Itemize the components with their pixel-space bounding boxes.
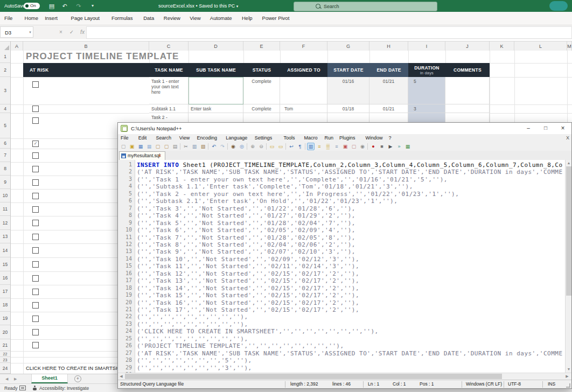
folder-workspace-icon[interactable]: ▣	[341, 143, 349, 150]
at-risk-checkbox-row3[interactable]	[32, 81, 39, 88]
redo-icon[interactable]: ↷	[74, 2, 83, 10]
np-menu-settings[interactable]: Settings	[255, 134, 273, 142]
at-risk-checkbox-row21[interactable]	[32, 342, 39, 348]
at-risk-checkbox-row13[interactable]	[32, 234, 39, 240]
row-header-13[interactable]: 13	[0, 230, 10, 243]
at-risk-checkbox-row15[interactable]	[32, 261, 39, 268]
save-macro-icon[interactable]: ▦	[404, 143, 411, 150]
stop-macro-icon[interactable]: ■	[378, 143, 386, 150]
cell-G3[interactable]: 01/16	[327, 77, 369, 104]
horizontal-scrollbar[interactable]: ◀ ▶	[118, 373, 571, 380]
column-header-B[interactable]: B	[23, 41, 149, 51]
np-menu-view[interactable]: View	[179, 134, 190, 142]
minimize-button[interactable]: –	[521, 123, 536, 134]
at-risk-checkbox-row20[interactable]	[32, 329, 39, 335]
cell-J4[interactable]	[445, 104, 490, 113]
redo-icon[interactable]: ↷	[219, 143, 226, 150]
undo-icon[interactable]: ↶	[60, 2, 69, 10]
at-risk-checkbox-row5[interactable]	[32, 117, 39, 124]
np-menu-encoding[interactable]: Encoding	[197, 134, 218, 142]
sync-scroll-v-icon[interactable]: ▭	[268, 143, 276, 150]
column-header-H[interactable]: H	[369, 41, 408, 51]
np-menu-run[interactable]: Run	[324, 134, 333, 142]
horizontal-scroll-thumb[interactable]	[125, 374, 502, 379]
ribbon-tab-formulas[interactable]: Formulas	[111, 12, 133, 25]
at-risk-checkbox-row4[interactable]	[32, 106, 39, 112]
row-header-19[interactable]: 19	[0, 312, 10, 325]
cell-I3[interactable]: 5	[408, 77, 445, 104]
indent-guide-icon[interactable]: ▥	[307, 143, 315, 150]
at-risk-checkbox-row16[interactable]	[32, 275, 39, 282]
np-menu-language[interactable]: Language	[226, 134, 247, 142]
cancel-icon[interactable]: ×	[56, 26, 66, 38]
np-menu-help[interactable]: ?	[389, 134, 392, 142]
np-menu-tools[interactable]: Tools	[283, 134, 295, 142]
column-header-E[interactable]: E	[243, 41, 280, 51]
cell-C3[interactable]: Task 1 - enter your own text here	[149, 77, 189, 104]
row-header-6[interactable]: 6	[0, 138, 10, 149]
replace-icon[interactable]: ◎	[238, 143, 246, 150]
row-header-20[interactable]: 20	[0, 325, 10, 339]
scroll-right-icon[interactable]: ▶	[564, 373, 570, 380]
column-header-L[interactable]: L	[514, 41, 567, 51]
resize-grip[interactable]	[566, 383, 570, 388]
function-list-icon[interactable]: ≡	[316, 143, 323, 150]
column-header-M[interactable]: M	[567, 41, 572, 51]
cell-J3[interactable]	[445, 77, 490, 104]
close-doc-icon[interactable]: ▢	[154, 143, 162, 150]
word-wrap-icon[interactable]: ↩	[288, 143, 295, 150]
new-file-icon[interactable]: ▢	[120, 143, 127, 150]
at-risk-checkbox-row12[interactable]	[32, 220, 39, 226]
sync-scroll-h-icon[interactable]: ▭	[277, 143, 284, 150]
ribbon-tab-file[interactable]: File	[4, 12, 12, 25]
monitor-icon[interactable]: ◉	[359, 143, 366, 150]
quick-access-caret-icon[interactable]: ▾	[88, 2, 97, 10]
maximize-button[interactable]: □	[538, 123, 553, 134]
row-header-8[interactable]: 8	[0, 162, 10, 176]
vertical-scrollbar[interactable]: ▲ ▼	[565, 160, 571, 373]
ribbon-tab-view[interactable]: View	[190, 12, 200, 25]
row-header-22[interactable]: 22	[0, 351, 10, 357]
column-header-C[interactable]: C	[149, 41, 189, 51]
at-risk-checkbox-row11[interactable]	[32, 206, 39, 213]
at-risk-checkbox-row19[interactable]	[32, 316, 39, 322]
row-header-15[interactable]: 15	[0, 257, 10, 271]
at-risk-checkbox-row17[interactable]	[32, 289, 39, 295]
scroll-down-icon[interactable]: ▼	[566, 366, 571, 373]
paste-icon[interactable]: ▧	[199, 143, 207, 150]
file-browser-icon[interactable]: ▢	[350, 143, 358, 150]
row-header-11[interactable]: 11	[0, 202, 10, 216]
enter-icon[interactable]: ✓	[67, 26, 76, 38]
row-header-5[interactable]: 5	[0, 113, 10, 138]
column-header-A[interactable]: A	[11, 41, 23, 51]
select-all-corner[interactable]	[0, 41, 11, 51]
cell-G4[interactable]: 01/18	[327, 104, 369, 113]
row-header-14[interactable]: 14	[0, 243, 10, 257]
sheet-tab-sheet1[interactable]: Sheet1	[31, 374, 68, 383]
at-risk-checkbox-row7[interactable]	[32, 152, 39, 159]
find-icon[interactable]: ◉	[229, 143, 237, 150]
save-icon[interactable]: ▤	[47, 2, 56, 10]
print-icon[interactable]: ▤	[171, 143, 179, 150]
doc-list-icon[interactable]: ≡	[333, 143, 340, 150]
notepad-editor[interactable]: 1234567891011121314151617181920212223242…	[118, 160, 571, 373]
cell-H4[interactable]: 01/21	[369, 104, 408, 113]
np-menu-window[interactable]: Window	[365, 134, 382, 142]
add-sheet-button[interactable]: +	[74, 375, 81, 382]
row-header-1[interactable]: 1	[0, 51, 10, 63]
account-avatar[interactable]	[549, 1, 568, 11]
row-header-9[interactable]: 9	[0, 176, 10, 189]
show-symbols-icon[interactable]: ¶	[296, 143, 304, 150]
open-folder-icon[interactable]: ▣	[128, 143, 136, 150]
close-button[interactable]: ×	[555, 123, 570, 134]
cut-icon[interactable]: ✂	[182, 143, 190, 150]
menubar-close-doc[interactable]: X	[566, 134, 569, 142]
scroll-up-icon[interactable]: ▲	[566, 160, 571, 166]
at-risk-checkbox-row8[interactable]	[32, 166, 39, 172]
at-risk-checkbox-row6-checked[interactable]: ✓	[32, 141, 39, 147]
row-header-7[interactable]: 7	[0, 149, 10, 162]
copy-icon[interactable]: ▥	[191, 143, 198, 150]
undo-icon[interactable]: ↶	[210, 143, 218, 150]
name-box-caret-icon[interactable]: ▾	[27, 26, 33, 38]
row-header-21[interactable]: 21	[0, 339, 10, 351]
